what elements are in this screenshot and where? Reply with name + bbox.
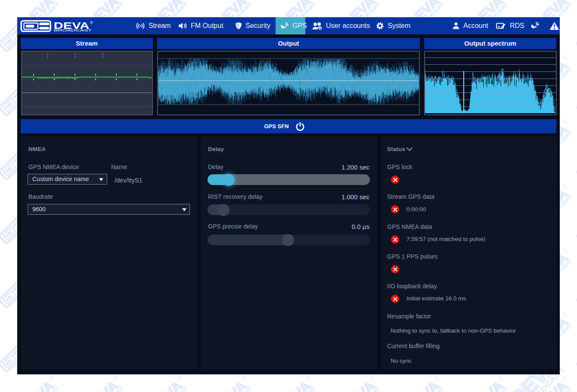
svg-text:BROADCAST: BROADCAST: [54, 28, 92, 32]
svg-text:®: ®: [90, 21, 93, 25]
